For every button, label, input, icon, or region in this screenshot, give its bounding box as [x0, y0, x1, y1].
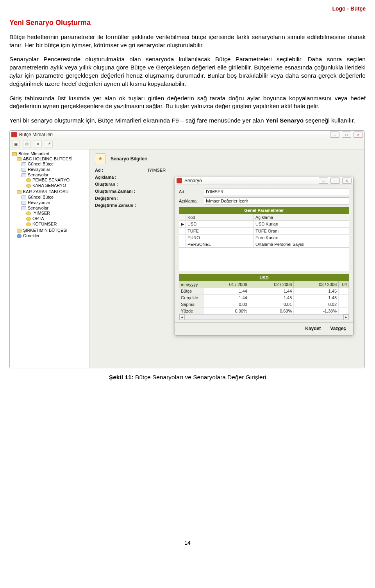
toolbar: ▣ ⚙ ✕ ↺ — [10, 139, 364, 149]
usd-cell[interactable]: 0.01 — [249, 301, 294, 307]
tree-item-label: KARA SENARYO — [32, 183, 66, 188]
close-button[interactable]: × — [354, 131, 363, 138]
figure-caption: Şekil 11: Bütçe Senaryoları ve Senaryola… — [9, 374, 366, 381]
usd-col-2[interactable]: 02 / 2006 — [249, 281, 294, 288]
page-header: Logo - Bütçe — [9, 5, 366, 12]
paragraph-3: Giriş tablosunda üst kısımda yer alan ok… — [9, 94, 366, 111]
tree-item[interactable]: Güncel Bütçe — [21, 194, 88, 200]
table-row[interactable]: TÜFETÜFE Oranı — [179, 227, 349, 234]
usd-col-4[interactable]: 04 — [339, 281, 349, 288]
tree-item[interactable]: KÖTÜMSER — [26, 221, 88, 227]
usd-cell[interactable]: 1.44 — [204, 294, 249, 301]
usd-scrollbar[interactable]: ◄ ► — [179, 314, 349, 320]
table-row[interactable]: Sapma 0.00 0.01 -0.02 — [179, 301, 349, 307]
info-aciklama-label: Açıklama : — [95, 175, 146, 179]
info-icon: ★ — [95, 153, 106, 164]
scenario-window-title: Senaryo — [184, 178, 202, 183]
app-icon — [11, 132, 17, 137]
tree-item[interactable]: PEMBE SENARYO — [26, 177, 88, 183]
usd-cell[interactable]: 0.00% — [204, 307, 249, 314]
page-title: Yeni Senaryo Oluşturma — [9, 19, 366, 27]
usd-cell[interactable] — [339, 288, 349, 294]
tree-item[interactable]: Revizyonlar — [21, 167, 88, 172]
figure-caption-label: Şekil 11: — [109, 374, 134, 380]
tree-root[interactable]: Bütçe Mimarileri ABC HOLDING BUTCESİ Gün… — [12, 151, 88, 239]
tree-item[interactable]: ŞİRKETİMİN BÜTÇESİ — [17, 227, 88, 233]
table-row[interactable]: Yüzde 0.00% 0.69% -1.38% — [179, 307, 349, 314]
tree-item[interactable]: KARA SENARYO — [26, 183, 88, 188]
cancel-button[interactable]: Vazgeç — [330, 326, 346, 331]
usd-cell[interactable]: 1.45 — [294, 288, 339, 294]
toolbar-btn-1[interactable]: ▣ — [12, 140, 20, 148]
usd-col-3[interactable]: 03 / 2006 — [294, 281, 339, 288]
usd-cell[interactable]: 1.45 — [249, 294, 294, 301]
tree-item[interactable]: IYIMSER — [26, 210, 88, 216]
scenario-close-button[interactable]: × — [342, 178, 352, 184]
tree-item-label: PEMBE SENARYO — [32, 178, 70, 182]
info-panel-title: Senaryo Bilgileri — [111, 156, 148, 162]
usd-cell[interactable]: -1.38% — [294, 307, 339, 314]
paragraph-4-pre: Yeni bir senaryo oluşturmak için, Bütçe … — [9, 117, 266, 124]
scroll-right-icon[interactable]: ► — [343, 314, 349, 320]
params-empty-area — [179, 248, 349, 271]
table-row[interactable]: Gerçekle 1.44 1.45 1.43 — [179, 294, 349, 301]
usd-cell[interactable]: -0.02 — [294, 301, 339, 307]
table-row[interactable]: PERSONELOrtalama Personel Sayısı — [179, 241, 349, 247]
tree-item[interactable]: Güncel Bütçe — [21, 161, 88, 167]
params-table: Kod Açıklama ▶USDUSD Kurları TÜFETÜFE Or… — [179, 214, 349, 248]
tree-item[interactable]: Senaryolar IYIMSER ORTA KÖTÜMSER — [21, 205, 88, 227]
toolbar-btn-2[interactable]: ⚙ — [23, 140, 31, 148]
scenario-aciklama-input[interactable] — [204, 197, 349, 204]
tree-item-label: Revizyonlar — [28, 200, 50, 205]
table-row[interactable]: EUROEuro Kurları — [179, 234, 349, 241]
info-ad-label: Ad : — [95, 168, 146, 172]
paragraph-1: Bütçe hedeflerinin parametreler ile form… — [9, 33, 366, 50]
scenario-maximize-button[interactable]: □ — [330, 178, 340, 184]
usd-cell[interactable] — [339, 301, 349, 307]
tree-item[interactable]: ORTA — [26, 216, 88, 221]
info-ad-value: IYIMSER — [148, 168, 166, 172]
table-row[interactable]: Bütçe 1.44 1.44 1.45 — [179, 288, 349, 294]
info-panel: ★ Senaryo Bilgileri Ad :IYIMSER Açıklama… — [89, 149, 364, 368]
paragraph-4-bold: Yeni Senaryo — [266, 117, 304, 124]
toolbar-btn-3[interactable]: ✕ — [34, 140, 42, 148]
tree-panel: Bütçe Mimarileri ABC HOLDING BUTCESİ Gün… — [10, 149, 89, 368]
usd-cell[interactable]: 0.00 — [204, 301, 249, 307]
toolbar-btn-4[interactable]: ↺ — [45, 140, 53, 148]
param-aciklama: TÜFE Oranı — [254, 227, 349, 234]
usd-cell[interactable] — [339, 294, 349, 301]
scroll-left-icon[interactable]: ◄ — [179, 314, 185, 320]
tree-item[interactable]: Senaryolar PEMBE SENARYO KARA SENARYO — [21, 172, 88, 188]
usd-cell[interactable]: 1.44 — [249, 288, 294, 294]
tree-item-label: ORTA — [32, 216, 44, 221]
tree-item[interactable]: ABC HOLDING BUTCESİ Güncel Bütçe Revizyo… — [17, 156, 88, 189]
usd-col-mm[interactable]: mm/yyyy — [179, 281, 204, 288]
tree-root-label: Bütçe Mimarileri — [18, 151, 49, 156]
params-col-aciklama[interactable]: Açıklama — [254, 214, 349, 220]
params-col-kod[interactable]: Kod — [186, 214, 254, 220]
usd-cell[interactable]: 0.69% — [249, 307, 294, 314]
scenario-titlebar[interactable]: Senaryo – □ × — [175, 177, 353, 185]
param-kod: TÜFE — [186, 227, 254, 234]
scenario-minimize-button[interactable]: – — [319, 178, 328, 184]
tree-item[interactable]: KAR ZARAR TABLOSU Güncel Bütçe Revizyonl… — [17, 189, 88, 227]
minimize-button[interactable]: – — [330, 131, 339, 138]
info-olusturan-label: Oluşturan : — [95, 182, 146, 187]
window-titlebar[interactable]: Bütçe Mimarileri – □ × — [10, 131, 364, 139]
usd-cell[interactable] — [339, 307, 349, 314]
tree-item-label: KÖTÜMSER — [32, 222, 57, 226]
tree-item-label: Senaryolar — [28, 206, 48, 210]
usd-col-1[interactable]: 01 / 2006 — [204, 281, 249, 288]
usd-row-label: Yüzde — [179, 307, 204, 314]
tree-item-label: Senaryolar — [28, 172, 48, 177]
tree-item-label: KAR ZARAR TABLOSU — [23, 189, 68, 194]
usd-cell[interactable]: 1.43 — [294, 294, 339, 301]
scenario-ad-input[interactable] — [204, 188, 349, 195]
usd-cell[interactable]: 1.44 — [204, 288, 249, 294]
tree-item[interactable]: Revizyonlar — [21, 200, 88, 205]
table-row[interactable]: ▶USDUSD Kurları — [179, 220, 349, 227]
maximize-button[interactable]: □ — [342, 131, 351, 138]
save-button[interactable]: Kaydet — [305, 326, 321, 331]
figure-caption-text: Bütçe Senaryoları ve Senaryolara Değer G… — [134, 374, 266, 380]
tree-item[interactable]: Örnekler — [17, 233, 88, 238]
